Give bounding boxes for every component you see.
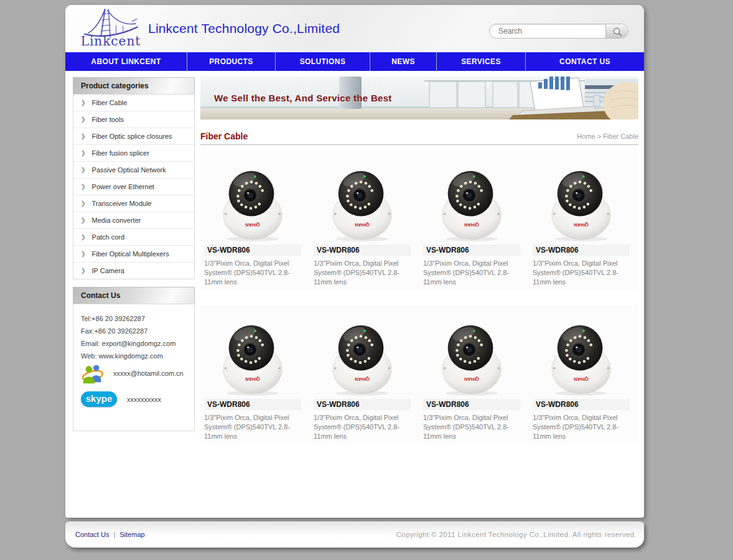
breadcrumb-home-link[interactable]: Home [577, 133, 595, 140]
breadcrumb-separator: > [597, 133, 601, 140]
category-label: Power over Ethernet [92, 179, 154, 195]
site-logo[interactable]: Linkcent [74, 6, 149, 51]
product-title[interactable]: VS-WDR806 [533, 399, 630, 410]
category-label: Fiber tools [92, 111, 124, 128]
product-image[interactable] [314, 310, 411, 396]
company-title: Linkcent Technology Co.,Limited [148, 21, 340, 36]
product-card[interactable]: VS-WDR806 1/3″Pixim Orca, Digital Pixel … [200, 310, 310, 444]
footer: Contact Us | Sitemap Copyright © 2011 Li… [65, 521, 644, 548]
main-card: Linkcent Linkcent Technology Co.,Limited… [65, 5, 644, 518]
chevron-right-icon: ❯ [81, 195, 86, 212]
category-label: Fiber fusion splicer [92, 145, 149, 161]
product-image[interactable] [423, 310, 520, 396]
category-list: ❯ Fiber Cable ❯ Fiber tools ❯ Fiber Opti… [73, 94, 195, 279]
product-title[interactable]: VS-WDR806 [423, 399, 520, 410]
contact-email: Email: export@kingdomgz.com [81, 337, 189, 350]
product-title[interactable]: VS-WDR806 [423, 245, 520, 256]
product-card[interactable]: VS-WDR806 1/3″Pixim Orca, Digital Pixel … [419, 310, 529, 444]
category-label: Passive Optical Network [92, 162, 166, 178]
product-description: 1/3″Pixim Orca, Digital Pixel System® (D… [204, 259, 301, 287]
chevron-right-icon: ❯ [81, 179, 86, 195]
product-image[interactable] [204, 156, 301, 242]
category-label: Fiber Optic splice closures [92, 128, 172, 144]
product-image[interactable] [423, 156, 520, 242]
msn-id: xxxxx@hotamil.com.cn [113, 370, 184, 377]
product-card[interactable]: VS-WDR806 1/3″Pixim Orca, Digital Pixel … [200, 156, 310, 290]
msn-messenger-icon[interactable] [81, 362, 105, 385]
search-button[interactable] [605, 24, 628, 38]
product-image[interactable] [314, 156, 411, 242]
chevron-right-icon: ❯ [81, 263, 86, 279]
search-input[interactable] [497, 25, 602, 37]
sidebar-item-optical-multiplexers[interactable]: ❯ Fiber Optical Multiplexers [73, 245, 194, 262]
page-title: Fiber Cable [200, 131, 248, 141]
sidebar-item-fiber-tools[interactable]: ❯ Fiber tools [73, 111, 194, 128]
sidebar-item-splice-closures[interactable]: ❯ Fiber Optic splice closures [73, 128, 194, 144]
product-image[interactable] [533, 310, 630, 396]
category-label: IP Camera [92, 263, 124, 279]
sidebar: Product categories ❯ Fiber Cable ❯ Fiber… [73, 77, 195, 431]
sidebar-item-transceiver-module[interactable]: ❯ Transceiver Module [73, 195, 194, 212]
category-label: Fiber Optical Multiplexers [92, 246, 169, 262]
product-card[interactable]: VS-WDR806 1/3″Pixim Orca, Digital Pixel … [529, 156, 638, 290]
sidebar-item-media-converter[interactable]: ❯ Media converter [73, 212, 194, 228]
sidebar-item-power-over-ethernet[interactable]: ❯ Power over Ethernet [73, 178, 194, 195]
product-description: 1/3″Pixim Orca, Digital Pixel System® (D… [423, 259, 520, 287]
contact-us-header: Contact Us [73, 287, 195, 304]
category-label: Transceiver Module [92, 195, 152, 212]
product-title[interactable]: VS-WDR806 [314, 399, 411, 410]
nav-item-contact[interactable]: CONTACT US [526, 52, 644, 71]
sidebar-item-patch-cord[interactable]: ❯ Patch cord [73, 228, 194, 245]
contact-box: Tel:+86 20 39262287 Fax:+86 20 39262287 … [73, 304, 195, 431]
product-card[interactable]: VS-WDR806 1/3″Pixim Orca, Digital Pixel … [529, 310, 638, 444]
product-title[interactable]: VS-WDR806 [314, 245, 411, 256]
skype-id: xxxxxxxxxx [127, 396, 161, 403]
footer-sitemap-link[interactable]: Sitemap [119, 531, 144, 538]
contact-fax: Fax:+86 20 39262287 [81, 325, 189, 337]
page-heading-row: Fiber Cable Home > Fiber Cable [200, 128, 638, 145]
product-image[interactable] [204, 310, 301, 396]
product-image[interactable] [533, 156, 630, 242]
logo-text: Linkcent [77, 34, 145, 49]
sidebar-item-ip-camera[interactable]: ❯ IP Camera [73, 262, 194, 279]
nav-item-about[interactable]: ABOUT LINKCENT [65, 52, 187, 71]
chevron-right-icon: ❯ [81, 229, 86, 245]
skype-logo[interactable]: skype [81, 391, 117, 407]
product-categories-header: Product categories [73, 77, 195, 94]
chevron-right-icon: ❯ [81, 128, 86, 144]
footer-contact-link[interactable]: Contact Us [75, 531, 109, 538]
product-description: 1/3″Pixim Orca, Digital Pixel System® (D… [314, 259, 411, 287]
chevron-right-icon: ❯ [81, 145, 86, 161]
sidebar-item-fusion-splicer[interactable]: ❯ Fiber fusion splicer [73, 144, 194, 161]
sidebar-item-fiber-cable[interactable]: ❯ Fiber Cable [73, 95, 194, 111]
product-card[interactable]: VS-WDR806 1/3″Pixim Orca, Digital Pixel … [310, 310, 419, 444]
product-description: 1/3″Pixim Orca, Digital Pixel System® (D… [533, 413, 630, 441]
nav-item-news[interactable]: NEWS [370, 52, 437, 71]
search-bar [489, 24, 628, 39]
footer-link-separator: | [113, 531, 115, 538]
category-label: Fiber Cable [92, 95, 128, 111]
chevron-right-icon: ❯ [81, 111, 86, 128]
chevron-right-icon: ❯ [81, 246, 86, 262]
product-description: 1/3″Pixim Orca, Digital Pixel System® (D… [423, 413, 520, 441]
breadcrumb: Home > Fiber Cable [577, 133, 638, 140]
product-title[interactable]: VS-WDR806 [204, 399, 301, 410]
product-card[interactable]: VS-WDR806 1/3″Pixim Orca, Digital Pixel … [310, 156, 419, 290]
category-label: Patch cord [92, 229, 125, 245]
search-icon [612, 26, 623, 37]
footer-links: Contact Us | Sitemap [75, 521, 145, 548]
product-description: 1/3″Pixim Orca, Digital Pixel System® (D… [204, 413, 301, 441]
nav-item-solutions[interactable]: SOLUTIONS [276, 52, 370, 71]
sidebar-item-passive-optical-network[interactable]: ❯ Passive Optical Network [73, 161, 194, 178]
product-card[interactable]: VS-WDR806 1/3″Pixim Orca, Digital Pixel … [419, 156, 529, 290]
nav-item-products[interactable]: PRODUCTS [187, 52, 276, 71]
product-title[interactable]: VS-WDR806 [204, 245, 301, 256]
banner-slogan: We Sell the Best, And Service the Best [214, 93, 392, 103]
chevron-right-icon: ❯ [81, 212, 86, 228]
product-description: 1/3″Pixim Orca, Digital Pixel System® (D… [314, 413, 411, 441]
nav-item-services[interactable]: SERVICES [437, 52, 526, 71]
product-title[interactable]: VS-WDR806 [533, 245, 630, 256]
copyright-text: Copyright © 2011 Linkcent Technology Co.… [396, 521, 637, 548]
site-header: Linkcent Linkcent Technology Co.,Limited [65, 5, 644, 52]
chevron-right-icon: ❯ [81, 95, 86, 111]
